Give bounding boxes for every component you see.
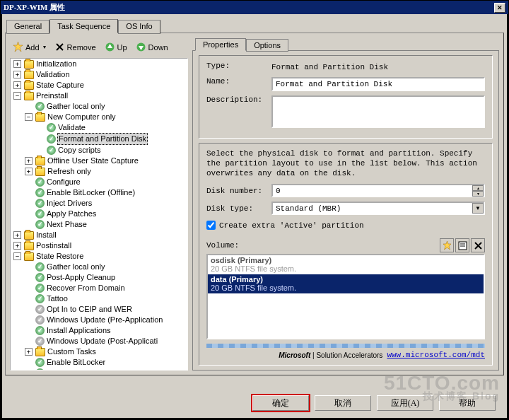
tab-task-sequence[interactable]: Task Sequence bbox=[49, 19, 118, 33]
brand-link[interactable]: www.microsoft.com/mdt bbox=[387, 351, 485, 359]
delete-volume-button[interactable] bbox=[471, 238, 485, 252]
subtab-properties[interactable]: Properties bbox=[195, 38, 246, 51]
expander-icon[interactable]: + bbox=[25, 348, 33, 356]
tree-state-restore[interactable]: State Restore bbox=[35, 251, 84, 262]
tree-next-phase[interactable]: Next Phase bbox=[46, 219, 88, 230]
folder-icon bbox=[24, 242, 34, 250]
tree-post-apply[interactable]: Post-Apply Cleanup bbox=[46, 272, 116, 283]
disk-group: Select the physical disk to format and p… bbox=[199, 143, 493, 366]
help-button[interactable]: 帮助 bbox=[439, 395, 496, 411]
create-active-input[interactable] bbox=[206, 221, 216, 230]
tree-recover-domain[interactable]: Recover From Domain bbox=[46, 283, 126, 293]
check-icon bbox=[47, 134, 56, 144]
disk-number-value: 0 bbox=[273, 187, 472, 195]
tree-offline-user-state[interactable]: Offline User State Capture bbox=[47, 156, 139, 166]
expander-icon[interactable]: + bbox=[13, 81, 21, 89]
tree-custom-tasks[interactable]: Custom Tasks bbox=[47, 346, 97, 357]
description-input[interactable] bbox=[271, 95, 485, 128]
expander-icon[interactable]: − bbox=[25, 113, 33, 121]
property-sheet: Type: Format and Partition Disk Name: De… bbox=[192, 50, 499, 371]
tab-general[interactable]: General bbox=[6, 20, 49, 34]
add-label: Add bbox=[25, 43, 40, 52]
down-label: Down bbox=[148, 43, 168, 52]
delete-icon bbox=[54, 42, 65, 52]
subtab-options[interactable]: Options bbox=[246, 39, 288, 52]
tree-win-update-post[interactable]: Windows Update (Post-Applicati bbox=[46, 336, 158, 346]
tree-state-capture[interactable]: State Capture bbox=[35, 80, 85, 91]
down-button[interactable]: Down bbox=[133, 40, 171, 54]
tree-view[interactable]: +Initialization +Validation +State Captu… bbox=[10, 58, 188, 371]
tree-enable-bitlocker[interactable]: Enable BitLocker bbox=[46, 357, 106, 368]
expander-icon[interactable]: + bbox=[25, 157, 33, 165]
divider-bar bbox=[206, 344, 485, 348]
expander-icon[interactable]: + bbox=[25, 168, 33, 175]
name-label: Name: bbox=[206, 77, 271, 86]
folder-icon bbox=[24, 252, 34, 261]
tree-refresh-only[interactable]: Refresh only bbox=[47, 166, 92, 177]
main-tabs: General Task Sequence OS Info bbox=[6, 18, 504, 33]
folder-icon bbox=[24, 60, 34, 69]
window-body: General Task Sequence OS Info Add▾ Remov… bbox=[0, 14, 509, 420]
check-icon bbox=[35, 199, 45, 208]
close-button[interactable]: ✕ bbox=[494, 3, 505, 13]
name-input[interactable] bbox=[271, 77, 485, 91]
tree-enable-bitlocker-off[interactable]: Enable BitLocker (Offline) bbox=[46, 187, 136, 198]
folder-icon bbox=[35, 157, 45, 165]
tree-opt-in-ceip[interactable]: Opt In to CEIP and WER bbox=[46, 304, 133, 315]
expander-icon[interactable]: + bbox=[13, 60, 21, 68]
tree-inject-drivers[interactable]: Inject Drivers bbox=[46, 198, 93, 209]
tree-validation[interactable]: Validation bbox=[35, 69, 71, 80]
expander-icon[interactable]: − bbox=[13, 252, 21, 260]
delete-icon bbox=[474, 241, 483, 250]
remove-label: Remove bbox=[67, 43, 96, 52]
apply-button[interactable]: 应用(A) bbox=[377, 395, 433, 411]
disk-number-input[interactable]: 0 ▴▾ bbox=[271, 184, 485, 197]
tree-format-partition[interactable]: Format and Partition Disk bbox=[57, 133, 148, 145]
tree-validate[interactable]: Validate bbox=[57, 122, 86, 133]
disk-number-label: Disk number: bbox=[206, 187, 271, 195]
check-icon bbox=[35, 358, 45, 367]
expander-icon[interactable]: + bbox=[13, 242, 21, 250]
tree-preinstall[interactable]: Preinstall bbox=[35, 91, 69, 101]
tree-copy-scripts[interactable]: Copy scripts bbox=[57, 145, 102, 156]
tree-win-update-pre[interactable]: Windows Update (Pre-Application bbox=[46, 315, 163, 325]
remove-button[interactable]: Remove bbox=[52, 40, 99, 54]
tree-tattoo[interactable]: Tattoo bbox=[46, 293, 69, 304]
disk-type-select[interactable]: Standard (MBR) ▼ bbox=[271, 202, 485, 215]
dropdown-icon[interactable]: ▼ bbox=[472, 203, 484, 214]
volume-list[interactable]: osdisk (Primary) 20 GB NTFS file system.… bbox=[206, 254, 485, 339]
tree-install-apps[interactable]: Install Applications bbox=[46, 325, 112, 336]
spinner-icon[interactable]: ▴▾ bbox=[472, 185, 484, 197]
volume-label: Volume: bbox=[206, 241, 438, 250]
volume-item-osdisk[interactable]: osdisk (Primary) 20 GB NTFS file system. bbox=[208, 255, 484, 274]
tree-initialization[interactable]: Initialization bbox=[35, 59, 77, 69]
expander-icon[interactable]: − bbox=[13, 92, 21, 100]
starburst-icon bbox=[443, 241, 452, 250]
create-active-checkbox[interactable]: Create extra 'Active' partition bbox=[206, 221, 485, 230]
folder-icon bbox=[24, 71, 34, 79]
tree-configure[interactable]: Configure bbox=[46, 177, 81, 187]
tree-restore-user-state[interactable]: Restore User State bbox=[46, 368, 114, 370]
add-button[interactable]: Add▾ bbox=[10, 40, 49, 54]
check-disabled-icon bbox=[35, 315, 45, 325]
dropdown-icon: ▾ bbox=[43, 44, 46, 50]
volume-item-data[interactable]: data (Primary) 20 GB NTFS file system. bbox=[208, 274, 484, 293]
tree-apply-patches[interactable]: Apply Patches bbox=[46, 209, 97, 219]
tree-gather-local2[interactable]: Gather local only bbox=[46, 262, 106, 272]
tree-new-computer[interactable]: New Computer only bbox=[47, 112, 117, 122]
up-button[interactable]: Up bbox=[102, 40, 130, 54]
expander-icon[interactable]: + bbox=[13, 71, 21, 78]
expander-icon[interactable]: + bbox=[13, 231, 21, 239]
new-volume-button[interactable] bbox=[440, 238, 454, 252]
tree-postinstall[interactable]: Postinstall bbox=[35, 240, 72, 251]
folder-icon bbox=[35, 348, 45, 356]
cancel-button[interactable]: 取消 bbox=[315, 395, 371, 411]
tree-install[interactable]: Install bbox=[35, 230, 57, 240]
tab-content: Add▾ Remove Up Down +I bbox=[5, 33, 504, 375]
type-value: Format and Partition Disk bbox=[271, 62, 485, 73]
properties-volume-button[interactable] bbox=[455, 238, 469, 252]
tree-gather-local[interactable]: Gather local only bbox=[46, 101, 106, 112]
ok-button[interactable]: 确定 bbox=[252, 395, 309, 411]
check-icon bbox=[35, 273, 45, 282]
tab-os-info[interactable]: OS Info bbox=[118, 20, 160, 34]
